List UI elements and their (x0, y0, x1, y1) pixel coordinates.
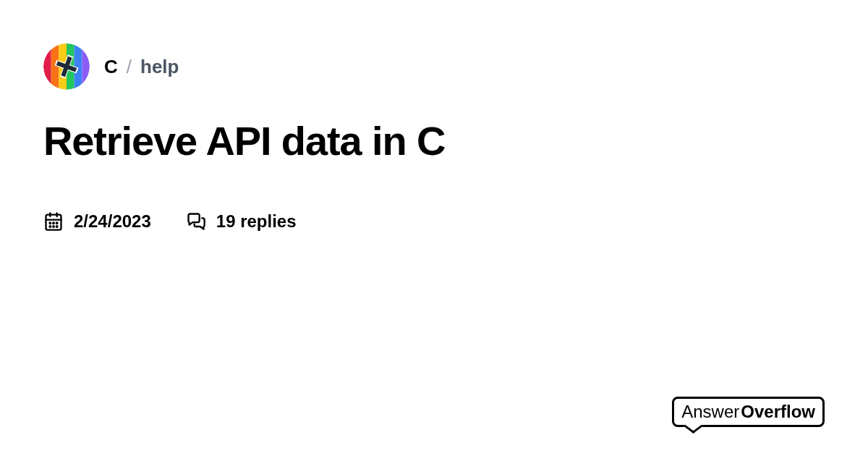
replies-icon (186, 211, 206, 232)
date-item: 2/24/2023 (43, 211, 151, 232)
brand-bubble: AnswerOverflow (672, 397, 825, 427)
post-date: 2/24/2023 (74, 211, 151, 232)
server-avatar (43, 43, 90, 90)
svg-point-18 (56, 226, 58, 227)
brand-text-2: Overflow (741, 402, 815, 422)
post-meta: 2/24/2023 19 replies (43, 211, 825, 232)
calendar-icon (43, 211, 64, 232)
svg-rect-5 (75, 43, 82, 90)
brand-text-1: Answer (681, 402, 739, 422)
brand-logo: AnswerOverflow (672, 397, 825, 427)
post-title: Retrieve API data in C (43, 119, 825, 164)
breadcrumb: C / help (104, 56, 179, 78)
svg-rect-2 (51, 43, 59, 90)
server-name: C (104, 56, 118, 78)
channel-name: help (140, 56, 179, 78)
replies-item: 19 replies (186, 211, 297, 232)
replies-count: 19 replies (216, 211, 297, 232)
svg-rect-1 (43, 43, 51, 90)
svg-point-17 (53, 226, 54, 227)
svg-point-14 (53, 222, 54, 224)
svg-point-15 (56, 222, 58, 224)
svg-point-16 (50, 226, 51, 227)
svg-point-13 (50, 222, 51, 224)
svg-rect-6 (82, 43, 90, 90)
breadcrumb-separator: / (127, 56, 132, 78)
header-row: C / help (43, 43, 825, 90)
server-avatar-icon (43, 43, 90, 90)
